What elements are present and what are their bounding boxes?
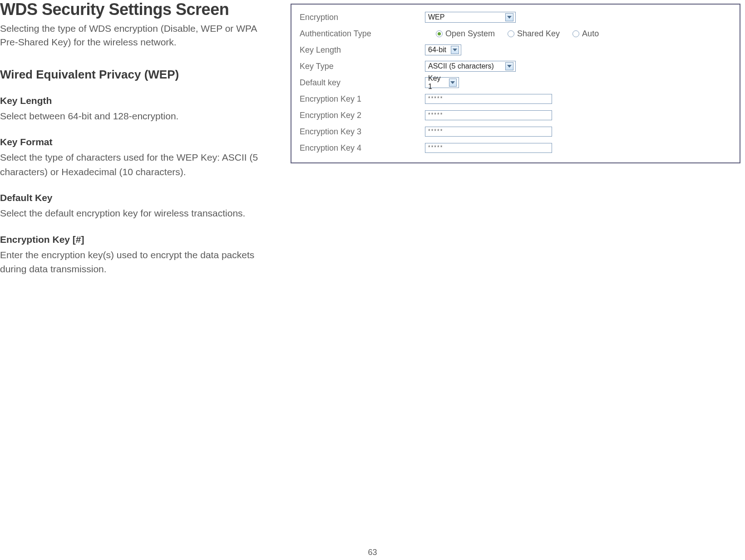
sub-desc: Select the default encryption key for wi… bbox=[0, 206, 272, 221]
sub-title: Encryption Key [#] bbox=[0, 234, 272, 245]
auth-open-system-radio[interactable]: Open System bbox=[436, 29, 495, 39]
default-key-select-value: Key 1 bbox=[428, 74, 446, 91]
subsection-default-key: Default Key Select the default encryptio… bbox=[0, 192, 272, 221]
chevron-down-icon bbox=[505, 62, 513, 70]
radio-label: Auto bbox=[582, 29, 599, 39]
radio-icon bbox=[508, 30, 514, 37]
enc-key-3-input[interactable]: ***** bbox=[425, 127, 552, 137]
chevron-down-icon bbox=[505, 13, 513, 21]
key-type-select-value: ASCII (5 characters) bbox=[428, 62, 494, 70]
encryption-select[interactable]: WEP bbox=[425, 12, 516, 23]
enc-key-2-input[interactable]: ***** bbox=[425, 110, 552, 120]
sub-title: Key Length bbox=[0, 95, 272, 106]
encryption-select-value: WEP bbox=[428, 13, 444, 21]
doc-left-column: WDS Security Settings Screen Selecting t… bbox=[0, 0, 281, 290]
sub-desc: Enter the encryption key(s) used to encr… bbox=[0, 248, 272, 276]
page-title: WDS Security Settings Screen bbox=[0, 0, 272, 19]
label-enc-key-4: Encryption Key 4 bbox=[298, 143, 425, 153]
radio-icon bbox=[436, 30, 443, 37]
label-default-key: Default key bbox=[298, 78, 425, 88]
page-number: 63 bbox=[368, 548, 377, 557]
radio-label: Shared Key bbox=[517, 29, 560, 39]
label-key-length: Key Length bbox=[298, 45, 425, 55]
key-length-select-value: 64-bit bbox=[428, 46, 446, 54]
chevron-down-icon bbox=[449, 79, 457, 87]
section-title-wep: Wired Equivalent Privacy (WEP) bbox=[0, 68, 272, 82]
radio-label: Open System bbox=[445, 29, 495, 39]
auth-auto-radio[interactable]: Auto bbox=[572, 29, 599, 39]
label-enc-key-2: Encryption Key 2 bbox=[298, 111, 425, 120]
radio-icon bbox=[572, 30, 579, 37]
enc-key-4-input[interactable]: ***** bbox=[425, 143, 552, 153]
label-key-type: Key Type bbox=[298, 62, 425, 71]
sub-desc: Select the type of characters used for t… bbox=[0, 150, 272, 179]
default-key-select[interactable]: Key 1 bbox=[425, 77, 459, 88]
label-auth-type: Authentication Type bbox=[298, 29, 425, 39]
key-type-select[interactable]: ASCII (5 characters) bbox=[425, 61, 516, 72]
chevron-down-icon bbox=[451, 46, 459, 54]
intro-paragraph: Selecting the type of WDS encryption (Di… bbox=[0, 22, 272, 49]
wds-security-panel: Encryption WEP Authentication Type Open bbox=[291, 4, 740, 163]
auth-shared-key-radio[interactable]: Shared Key bbox=[508, 29, 560, 39]
key-length-select[interactable]: 64-bit bbox=[425, 44, 461, 55]
settings-panel-column: Encryption WEP Authentication Type Open bbox=[281, 0, 740, 290]
sub-title: Default Key bbox=[0, 192, 272, 203]
subsection-key-format: Key Format Select the type of characters… bbox=[0, 137, 272, 179]
label-enc-key-3: Encryption Key 3 bbox=[298, 127, 425, 137]
sub-title: Key Format bbox=[0, 137, 272, 147]
label-encryption: Encryption bbox=[298, 13, 425, 22]
sub-desc: Select between 64-bit and 128-encryption… bbox=[0, 109, 272, 123]
subsection-key-length: Key Length Select between 64-bit and 128… bbox=[0, 95, 272, 123]
subsection-encryption-key: Encryption Key [#] Enter the encryption … bbox=[0, 234, 272, 276]
enc-key-1-input[interactable]: ***** bbox=[425, 94, 552, 104]
label-enc-key-1: Encryption Key 1 bbox=[298, 94, 425, 104]
